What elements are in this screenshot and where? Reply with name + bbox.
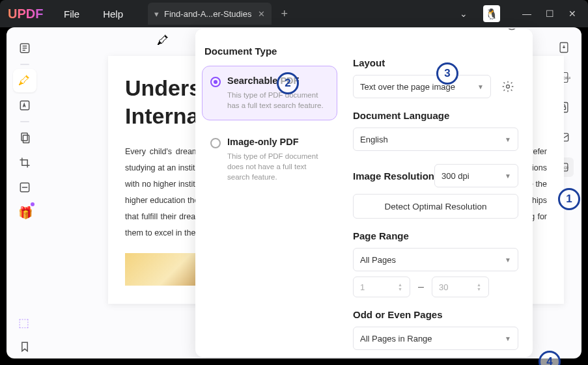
layout-settings-button[interactable] — [497, 76, 518, 97]
select-value: All Pages in Range — [360, 334, 432, 344]
bookmark-tool[interactable] — [13, 335, 36, 358]
select-value: 300 dpi — [441, 171, 469, 181]
page-range-label: Page Range — [353, 230, 518, 241]
input-value: 30 — [439, 282, 448, 292]
input-value: 1 — [360, 282, 365, 292]
chevron-down-icon: ▼ — [477, 83, 484, 90]
option-desc: This type of PDF document does not have … — [227, 151, 329, 182]
option-title: Searchable PDF — [227, 75, 329, 86]
radio-icon — [210, 77, 221, 87]
svg-rect-3 — [23, 135, 29, 143]
spinner-icon[interactable]: ▲▼ — [398, 278, 407, 295]
tab-title: Find-and-A...er-Studies — [164, 9, 251, 19]
pages-tool[interactable] — [13, 126, 36, 150]
divider — [20, 121, 29, 122]
document-tab[interactable]: ▾ Find-and-A...er-Studies ✕ — [148, 3, 272, 25]
option-desc: This type of PDF document has a full tex… — [227, 90, 329, 111]
spinner-icon[interactable]: ▲▼ — [477, 278, 486, 295]
layout-select[interactable]: Text over the page image▼ — [353, 75, 491, 98]
detect-resolution-button[interactable]: Detect Optimal Resolution — [353, 194, 518, 219]
select-value: Text over the page image — [360, 82, 455, 92]
reader-tool[interactable] — [13, 36, 36, 60]
app-logo: UPDF — [0, 7, 52, 21]
range-from-input[interactable]: 1 ▲▼ — [353, 277, 410, 297]
crop-tool[interactable] — [13, 151, 36, 174]
option-title: Image-only PDF — [227, 137, 329, 147]
app-body: 🖍 🎁 ⬚ 🖍 Understanding the Need for Inter… — [7, 27, 581, 358]
gift-tool[interactable]: 🎁 — [13, 200, 36, 224]
window-minimize-button[interactable]: — — [522, 8, 531, 19]
chevron-down-icon: ▼ — [505, 256, 511, 264]
menu-file[interactable]: File — [52, 8, 91, 20]
resolution-select[interactable]: 300 dpi▼ — [434, 164, 518, 187]
select-value: All Pages — [360, 255, 396, 265]
resolution-label: Image Resolution — [353, 170, 434, 182]
titlebar-chevron-down-icon[interactable]: ⌄ — [460, 8, 468, 19]
svg-rect-2 — [21, 133, 27, 141]
highlighter-tool[interactable]: 🖍 — [13, 69, 36, 92]
help-icon[interactable] — [505, 29, 518, 34]
range-to-input[interactable]: 30 ▲▼ — [432, 277, 489, 297]
highlighter-icon[interactable]: 🖍 — [157, 34, 169, 47]
svg-point-14 — [507, 85, 510, 88]
titlebar: UPDF File Help ▾ Find-and-A...er-Studies… — [0, 0, 588, 27]
layers-tool[interactable]: ⬚ — [13, 310, 36, 334]
document-type-title: Document Type — [202, 46, 337, 57]
user-avatar[interactable]: 🐧 — [483, 5, 500, 22]
window-close-button[interactable]: ✕ — [568, 8, 576, 19]
chevron-down-icon: ▼ — [505, 335, 511, 342]
range-dash: – — [418, 281, 424, 293]
odd-even-label: Odd or Even Pages — [353, 309, 518, 320]
tab-close-icon[interactable]: ✕ — [258, 9, 265, 19]
page-range-select[interactable]: All Pages▼ — [353, 248, 518, 271]
menu-help[interactable]: Help — [91, 8, 135, 20]
divider — [20, 64, 29, 65]
redact-tool[interactable] — [13, 176, 36, 199]
left-toolbar: 🖍 🎁 ⬚ — [7, 27, 43, 358]
option-searchable-pdf[interactable]: Searchable PDF This type of PDF document… — [202, 66, 337, 120]
tab-dropdown-icon[interactable]: ▾ — [154, 9, 159, 19]
language-label: Document Language — [353, 110, 518, 121]
export-tool[interactable] — [554, 38, 574, 57]
svg-point-13 — [507, 29, 517, 30]
option-image-only-pdf[interactable]: Image-only PDF This type of PDF document… — [202, 127, 337, 192]
new-tab-button[interactable]: + — [281, 7, 288, 21]
ocr-panel: Document Type Searchable PDF This type o… — [195, 29, 533, 357]
language-select[interactable]: English▼ — [353, 128, 518, 151]
select-value: English — [360, 135, 388, 144]
odd-even-select[interactable]: All Pages in Range▼ — [353, 327, 518, 350]
chevron-down-icon: ▼ — [505, 136, 511, 143]
radio-icon — [210, 138, 221, 148]
layout-label: Layout — [353, 57, 518, 68]
window-maximize-button[interactable]: ☐ — [546, 8, 554, 19]
edit-tool[interactable] — [13, 94, 36, 117]
chevron-down-icon: ▼ — [505, 172, 511, 180]
